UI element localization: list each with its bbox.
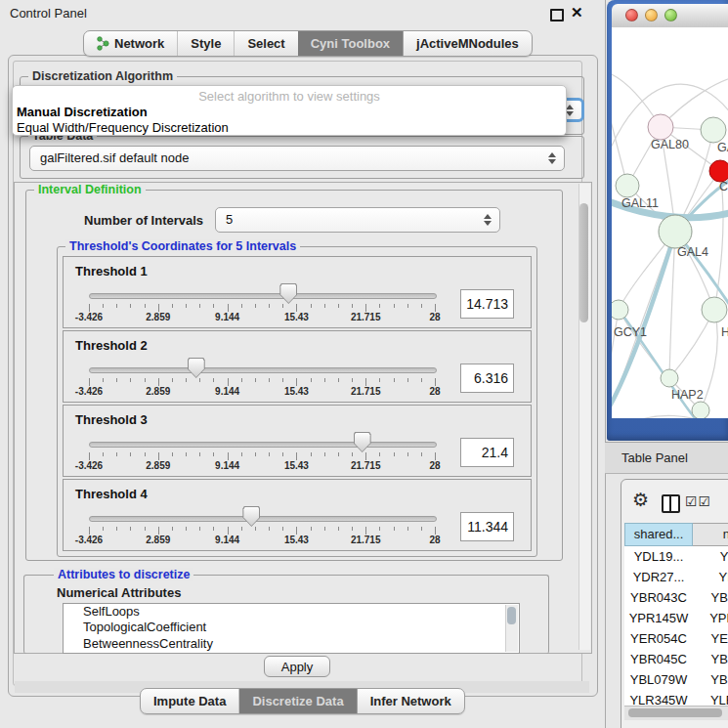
table-row[interactable]: YDR27...YDR27 (624, 567, 728, 587)
cell-shared-name[interactable]: YDR27... (624, 567, 693, 587)
node-label: H (721, 325, 728, 339)
combo-arrows-icon (566, 105, 574, 116)
cell-shared-name[interactable]: YBL079W (624, 669, 693, 690)
table-row[interactable]: YBR045CYBR045C (624, 649, 728, 669)
close-icon[interactable]: ✕ (571, 4, 583, 21)
group-title: Interval Definition (34, 183, 146, 196)
cell-name[interactable]: YBR043C (693, 587, 728, 608)
column-header-shared-name[interactable]: shared... (624, 523, 693, 546)
tab-impute-data[interactable]: Impute Data (141, 689, 239, 713)
checkboxes-icon[interactable]: ☑☑ (685, 493, 711, 509)
attributes-listbox[interactable]: SelfLoopsTopologicalCoefficientBetweenne… (63, 603, 520, 654)
table-data-combo[interactable]: galFiltered.sif default node (29, 146, 565, 171)
top-right-node[interactable] (701, 117, 726, 143)
vertical-scrollbar-thumb[interactable] (579, 203, 588, 322)
network-window-titlebar[interactable] (612, 4, 728, 28)
horizontal-scrollbar-thumb[interactable] (628, 708, 722, 717)
threshold-value-input[interactable]: 11.344 (460, 512, 514, 541)
slider-handle[interactable] (242, 506, 260, 527)
close-traffic-light[interactable] (625, 9, 638, 21)
cell-name[interactable]: YBR045C (693, 649, 728, 669)
table-row[interactable]: YBR043CYBR043C (624, 587, 728, 608)
threshold-panel: Threshold 4-3.4262.8599.14415.4321.71528… (63, 479, 532, 551)
cell-shared-name[interactable]: YLR345W (624, 690, 693, 706)
tab-cyni-toolbox[interactable]: Cyni Toolbox (298, 31, 403, 56)
tab-discretize-data[interactable]: Discretize Data (239, 689, 356, 713)
slider-handle[interactable] (354, 432, 371, 452)
red-node[interactable] (709, 160, 728, 182)
table-row[interactable]: YLR345WYLR345W (624, 690, 728, 706)
table-panel-title: Table Panel (621, 450, 688, 465)
spinner-value: 5 (226, 212, 233, 227)
tab-network[interactable]: Network (84, 31, 178, 56)
slider-handle[interactable] (279, 283, 297, 304)
list-scrollbar[interactable] (505, 605, 518, 652)
horizontal-scrollbar[interactable] (624, 706, 728, 720)
cell-name[interactable]: YDR27 (693, 567, 728, 587)
node-label: GAL80 (651, 138, 689, 151)
HAP2-node[interactable] (661, 369, 678, 387)
bottom-tab-bar: Impute Data Discretize Data Infer Networ… (140, 688, 465, 714)
node-label: GAL11 (621, 196, 659, 210)
attribute-item[interactable]: SelfLoops (64, 604, 519, 620)
column-header-name[interactable]: name (693, 523, 728, 546)
tab-infer-network[interactable]: Infer Network (357, 689, 464, 713)
cell-shared-name[interactable]: YDL19... (624, 546, 693, 567)
cell-name[interactable]: YPR145W (693, 608, 728, 628)
cell-name[interactable]: YBL079W (693, 669, 728, 690)
columns-icon[interactable] (662, 494, 680, 513)
top-tab-bar: Network Style Select Cyni Toolbox jActiv… (83, 30, 533, 57)
dropdown-prompt[interactable]: Select algorithm to view settings (13, 89, 566, 104)
network-icon (97, 36, 109, 51)
table-row[interactable]: YBL079WYBL079W (624, 669, 728, 690)
bottom-node[interactable] (692, 402, 709, 418)
number-of-intervals-spinner[interactable]: 5 (215, 207, 500, 233)
cell-name[interactable]: YER054C (693, 628, 728, 649)
dropdown-option-manual[interactable]: Manual Discretization (17, 105, 148, 119)
cell-name[interactable]: YDL19 (693, 546, 728, 567)
table-data-group: Table Data galFiltered.sif default node (20, 136, 584, 179)
float-window-icon[interactable] (550, 9, 564, 21)
slider-handle[interactable] (188, 358, 205, 378)
table-row[interactable]: YPR145WYPR145W (624, 608, 728, 628)
network-canvas[interactable]: GAL80GACGAL11GAL4GCY1HHAP2 (612, 27, 728, 418)
GCY1-node[interactable] (612, 300, 628, 320)
slider-track[interactable] (89, 442, 437, 448)
list-scrollbar-thumb[interactable] (507, 607, 516, 624)
gear-icon[interactable]: ⚙ (632, 491, 649, 509)
table-window: ⚙ ☑☑ shared... name YDL19...YDL19YDR27..… (621, 479, 728, 728)
zoom-traffic-light[interactable] (664, 9, 677, 21)
node-label: C (719, 180, 728, 193)
GAL80-node[interactable] (648, 114, 673, 140)
node-label: GCY1 (614, 325, 647, 339)
cell-name[interactable]: YLR345W (693, 690, 728, 706)
threshold-value-input[interactable]: 6.316 (460, 364, 514, 393)
GAL11-node[interactable] (616, 174, 639, 197)
cell-shared-name[interactable]: YER054C (624, 628, 693, 649)
dropdown-option-equal-width[interactable]: Equal Width/Frequency Discretization (17, 120, 229, 135)
threshold-value-input[interactable]: 14.713 (460, 289, 514, 319)
apply-button[interactable]: Apply (264, 656, 330, 677)
node-label: GAL4 (677, 245, 708, 259)
threshold-list: Threshold 1-3.4262.8599.14415.4321.71528… (63, 256, 532, 553)
GAL4-node[interactable] (659, 215, 692, 248)
slider-track[interactable] (89, 367, 437, 373)
node-label: HAP2 (671, 388, 704, 402)
H-node[interactable] (702, 297, 727, 322)
tab-style[interactable]: Style (178, 31, 235, 56)
threshold-value-input[interactable]: 21.4 (460, 438, 514, 467)
slider-track[interactable] (89, 293, 437, 299)
cell-shared-name[interactable]: YBR043C (624, 587, 693, 608)
attribute-item[interactable]: TopologicalCoefficient (64, 620, 519, 635)
tab-jactivemnodules[interactable]: jActiveMNodules (403, 31, 532, 56)
table-row[interactable]: YDL19...YDL19 (624, 546, 728, 567)
attribute-item[interactable]: BetweennessCentrality (64, 636, 519, 652)
cell-shared-name[interactable]: YPR145W (624, 608, 693, 628)
table-row[interactable]: YER054CYER054C (624, 628, 728, 649)
threshold-label: Threshold 2 (75, 338, 148, 353)
minimize-traffic-light[interactable] (645, 9, 658, 21)
cell-shared-name[interactable]: YBR045C (624, 649, 693, 669)
screen: Control Panel ✕ Network Style Select Cyn… (0, 0, 728, 728)
slider-track[interactable] (89, 516, 437, 522)
tab-select[interactable]: Select (235, 31, 297, 56)
